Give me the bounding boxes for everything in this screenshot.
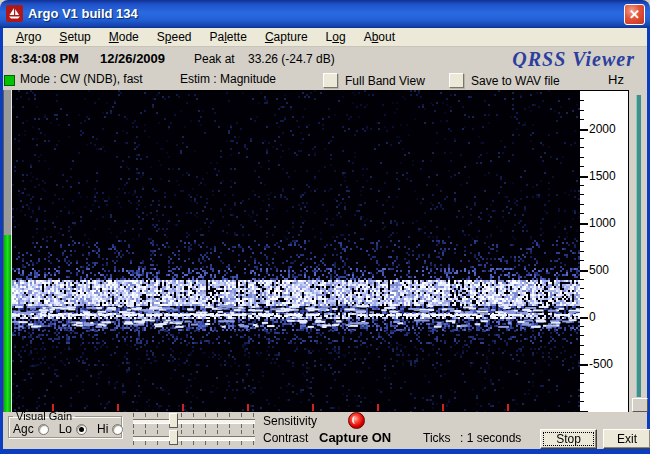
ruler-tick — [580, 373, 584, 374]
sensitivity-label: Sensitivity — [263, 414, 317, 428]
frequency-offset-slider-thumb[interactable] — [632, 398, 648, 412]
slider-ticks — [133, 430, 255, 434]
freq-label-500: 500 — [589, 263, 609, 277]
ruler-tick — [580, 345, 584, 346]
slider-ticks — [133, 413, 255, 417]
ticks-label: Ticks — [423, 431, 451, 445]
visual-gain-options: AgcLoHi — [13, 422, 129, 436]
ruler-tick — [580, 147, 584, 148]
frequency-ruler: 2000150010005000-500 — [580, 90, 629, 414]
menu-argo[interactable]: Argo — [7, 30, 50, 44]
ruler-tick — [580, 119, 584, 120]
contrast-slider[interactable] — [133, 430, 255, 445]
freq-label-0: 0 — [589, 310, 596, 324]
ruler-tick — [580, 251, 584, 252]
status-bar: 8:34:08 PM 12/26/2009 Peak at 33.26 (-24… — [3, 48, 647, 68]
frequency-unit-label: Hz — [608, 72, 624, 87]
title-bar: Argo V1 build 134 ✕ — [0, 0, 650, 28]
window-title: Argo V1 build 134 — [28, 0, 138, 27]
ruler-tick — [580, 100, 584, 101]
visual-gain-radio-hi[interactable] — [112, 424, 123, 435]
ruler-tick — [580, 176, 588, 178]
exit-button[interactable]: Exit — [603, 429, 650, 449]
ruler-tick — [580, 138, 584, 139]
argo-window: Argo V1 build 134 ✕ ArgoSetupModeSpeedPa… — [0, 0, 650, 454]
control-bar: Visual Gain AgcLoHi Sensitivity Contrast… — [3, 412, 647, 449]
visual-gain-radio-agc[interactable] — [38, 424, 49, 435]
capture-led-icon — [348, 412, 365, 429]
freq-label-1500: 1500 — [589, 169, 616, 183]
stop-button[interactable]: Stop — [540, 429, 597, 449]
estim-readout: Estim : Magnitude — [180, 72, 276, 86]
menu-bar: ArgoSetupModeSpeedPaletteCaptureLogAbout — [3, 28, 647, 47]
ruler-tick — [580, 279, 584, 280]
sailboat-icon — [6, 5, 23, 22]
capture-status: Capture ON — [319, 430, 391, 445]
ruler-tick — [580, 157, 584, 158]
ruler-tick — [580, 223, 588, 225]
close-button[interactable]: ✕ — [624, 4, 645, 25]
ruler-tick — [580, 204, 584, 205]
clock-date: 12/26/2009 — [100, 51, 165, 66]
ruler-tick — [580, 307, 584, 308]
slider-ticks — [133, 441, 255, 445]
ruler-tick — [580, 270, 588, 272]
ruler-tick — [580, 382, 584, 383]
mode-bar: Mode : CW (NDB), fast Estim : Magnitude … — [3, 68, 647, 90]
menu-capture[interactable]: Capture — [256, 30, 317, 44]
signal-level-meter — [3, 90, 12, 412]
menu-setup[interactable]: Setup — [50, 30, 99, 44]
ruler-tick — [580, 364, 588, 366]
ruler-tick — [580, 260, 584, 261]
menu-about[interactable]: About — [355, 30, 404, 44]
freq-label-2000: 2000 — [589, 122, 616, 136]
clock-time: 8:34:08 PM — [11, 51, 79, 66]
visual-gain-option-label-hi: Hi — [97, 422, 108, 436]
ruler-tick — [580, 110, 584, 111]
spectrogram-display — [12, 90, 580, 412]
visual-gain-label: Visual Gain — [13, 410, 75, 422]
menu-mode[interactable]: Mode — [100, 30, 148, 44]
save-to-wav-checkbox[interactable] — [449, 73, 464, 88]
frequency-offset-slider-track[interactable] — [636, 95, 641, 397]
ruler-tick — [580, 129, 588, 131]
visual-gain-radio-lo[interactable] — [76, 424, 87, 435]
ruler-tick — [580, 194, 584, 195]
ruler-tick — [580, 335, 584, 336]
freq-label--500: -500 — [589, 357, 613, 371]
save-to-wav-label: Save to WAV file — [471, 74, 560, 88]
ruler-tick — [580, 232, 584, 233]
ruler-tick — [580, 401, 584, 402]
sensitivity-slider[interactable] — [133, 413, 255, 428]
ruler-tick — [580, 298, 584, 299]
ruler-tick — [580, 326, 584, 327]
mode-readout: Mode : CW (NDB), fast — [20, 72, 143, 86]
visual-gain-option-label-agc: Agc — [13, 422, 34, 436]
full-band-view-label: Full Band View — [345, 74, 425, 88]
signal-level-meter-fill — [4, 235, 11, 412]
menu-log[interactable]: Log — [317, 30, 355, 44]
ruler-tick — [580, 317, 588, 319]
ruler-tick — [580, 354, 584, 355]
peak-value: 33.26 (-24.7 dB) — [248, 52, 335, 66]
menu-palette[interactable]: Palette — [201, 30, 256, 44]
menu-speed[interactable]: Speed — [148, 30, 201, 44]
window-border-bottom — [0, 449, 650, 454]
ruler-tick — [580, 185, 584, 186]
freq-label-1000: 1000 — [589, 216, 616, 230]
ruler-tick — [580, 166, 584, 167]
visual-gain-option-label-lo: Lo — [59, 422, 72, 436]
ticks-value: : 1 seconds — [460, 431, 521, 445]
input-level-indicator — [4, 75, 15, 86]
ruler-tick — [580, 288, 584, 289]
full-band-view-checkbox[interactable] — [323, 73, 338, 88]
slider-ticks — [133, 424, 255, 428]
ruler-tick — [580, 241, 584, 242]
ruler-tick — [580, 213, 584, 214]
visual-gain-group: Visual Gain AgcLoHi — [8, 410, 122, 438]
peak-label: Peak at — [194, 52, 235, 66]
contrast-label: Contrast — [263, 431, 308, 445]
ruler-tick — [580, 392, 584, 393]
